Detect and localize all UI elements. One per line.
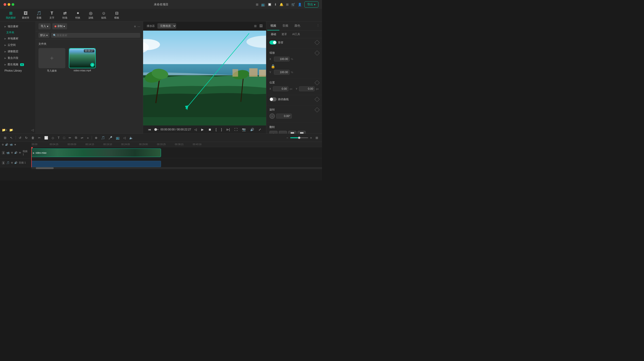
tl-move-btn[interactable]: ⇌ xyxy=(80,136,84,140)
sidebar-item-adjust-layer[interactable]: ▶ 调整图层 xyxy=(3,48,33,55)
collapse-button[interactable]: ◁ xyxy=(31,128,34,132)
titlebar-icon-3[interactable]: 🔲 xyxy=(268,3,272,6)
image-icon[interactable]: 🖼 xyxy=(260,24,262,28)
tl-copy-btn[interactable]: ⧉ xyxy=(74,135,78,140)
video-clip[interactable]: ▶ video-miao xyxy=(31,148,161,157)
tl-delete-btn[interactable]: 🗑 xyxy=(30,136,36,140)
rotation-input[interactable] xyxy=(276,114,292,118)
titlebar-icon-1[interactable]: ⊞ xyxy=(256,3,258,6)
tl-settings-btn[interactable]: ⊞ xyxy=(314,136,319,140)
export-button[interactable]: 导出 ▾ xyxy=(304,1,318,8)
tl-screen-btn[interactable]: 📺 xyxy=(115,136,121,140)
tl-redo-btn[interactable]: ↻ xyxy=(24,136,29,140)
search-input[interactable] xyxy=(51,33,140,38)
toolbar-asset-lib[interactable]: 🖼 素材库 xyxy=(20,10,32,20)
tl-cursor-btn[interactable]: ↖ xyxy=(9,136,14,140)
add-video-btn[interactable]: 📹 xyxy=(10,143,13,146)
insert-button[interactable]: ⊳| xyxy=(225,127,231,132)
titlebar-icon-8[interactable]: 👤 xyxy=(298,3,302,6)
subtab-basic[interactable]: 基础 xyxy=(268,31,279,38)
mark-in-button[interactable]: [ xyxy=(214,127,218,132)
rotation-keyframe-btn[interactable] xyxy=(314,107,320,112)
titlebar-icon-5[interactable]: 🔔 xyxy=(280,3,283,6)
position-keyframe-btn[interactable] xyxy=(314,80,320,85)
fit-button[interactable]: ⤢ xyxy=(257,127,262,132)
toolbar-my-assets[interactable]: ⊞ 我的素材 xyxy=(4,10,18,20)
flip-vertical-btn[interactable]: ↕ xyxy=(270,131,278,134)
tl-more-btn[interactable]: » xyxy=(86,136,90,140)
timeline-scrollbar[interactable] xyxy=(31,167,322,169)
tab-extra[interactable]: ⋮ xyxy=(315,22,321,30)
transform-keyframe-btn[interactable] xyxy=(314,40,320,45)
position-x-input[interactable] xyxy=(273,86,288,91)
toolbar-effects[interactable]: ✦ 特效 xyxy=(72,10,84,20)
path-curve-toggle[interactable] xyxy=(270,97,276,101)
video-mute-btn[interactable]: 🔊 xyxy=(14,151,18,154)
sidebar-item-local-assets[interactable]: ▶ 本地素材 xyxy=(3,35,33,42)
quality-select[interactable]: 完整画质 高画质 标准画质 xyxy=(158,23,176,29)
toolbar-filter[interactable]: ◎ 滤镜 xyxy=(85,10,96,20)
tl-box-btn[interactable]: □ xyxy=(62,136,66,140)
flip-rotate-90-btn[interactable]: ⬜ xyxy=(288,131,296,134)
tl-zoom-in-btn[interactable]: + xyxy=(309,136,313,140)
flip-rotate-90-r-btn[interactable]: ⬜ xyxy=(298,131,306,134)
add-audio-btn[interactable]: 🔊 xyxy=(5,143,8,146)
import-button[interactable]: 导入 ▾ xyxy=(38,23,50,29)
rotation-wheel[interactable]: ○ xyxy=(270,114,275,119)
titlebar-icon-4[interactable]: ⬇ xyxy=(274,3,277,6)
toolbar-audio[interactable]: 🎵 音频 xyxy=(33,10,44,20)
preview-canvas[interactable] xyxy=(143,31,266,126)
close-button[interactable] xyxy=(4,3,6,6)
tl-undo-btn[interactable]: ↺ xyxy=(18,136,22,140)
tl-vol-btn[interactable]: 🔈 xyxy=(128,136,134,140)
camera-button[interactable]: 📷 xyxy=(240,127,247,132)
stop-button[interactable]: ⏹ xyxy=(207,127,213,132)
tl-zoom-slider[interactable] xyxy=(290,137,308,138)
tl-cut-btn[interactable]: ✂ xyxy=(37,136,42,140)
video-add-btn[interactable]: ⊕ xyxy=(11,151,13,154)
tl-zoom-out-btn[interactable]: − xyxy=(285,136,289,140)
subtab-ai-tools[interactable]: AI工具 xyxy=(290,31,303,38)
filter-icon-btn[interactable]: ≡ xyxy=(134,24,136,28)
audio-button[interactable]: 🔊 xyxy=(249,127,255,132)
add-track-top-btn[interactable]: ⊕ xyxy=(2,143,4,146)
track-content-area[interactable]: ▶ video-miao xyxy=(31,147,322,167)
sidebar-item-photos[interactable]: Photos Library xyxy=(3,68,33,74)
tl-prev-btn[interactable]: ◁ xyxy=(122,136,127,140)
rewind-button[interactable]: ⏮ xyxy=(147,127,152,132)
audio-mute-btn[interactable]: 🔊 xyxy=(14,161,18,164)
sidebar-item-ai-video[interactable]: ▶ 图生视频 AI xyxy=(3,61,33,68)
subtab-mask[interactable]: 遮罩 xyxy=(279,31,290,38)
tl-add-marker-btn[interactable]: ⊕ xyxy=(94,136,98,140)
add-special-btn[interactable]: ★ xyxy=(14,143,16,146)
sidebar-item-composite[interactable]: ▶ 复合片段 xyxy=(3,55,33,61)
flip-horizontal-btn[interactable]: ↔ xyxy=(279,131,287,134)
sidebar-item-folder[interactable]: 文件夹 xyxy=(3,30,33,35)
audio-clip[interactable] xyxy=(31,161,161,167)
path-curve-keyframe-btn[interactable] xyxy=(314,97,320,102)
scale-y-input[interactable] xyxy=(274,70,290,75)
transform-toggle[interactable] xyxy=(270,40,276,44)
mark-out-button[interactable]: ] xyxy=(220,127,223,132)
scale-x-input[interactable] xyxy=(274,56,290,62)
tl-voice-btn[interactable]: 🎤 xyxy=(107,136,113,140)
grid-view-icon[interactable]: ⊞ xyxy=(254,24,257,28)
playhead[interactable] xyxy=(31,147,32,167)
titlebar-icon-6[interactable]: ⊞ xyxy=(286,3,289,6)
tab-video[interactable]: 视频 xyxy=(267,22,279,30)
toolbar-text[interactable]: T 文字 xyxy=(46,10,58,20)
sidebar-item-cloud[interactable]: ▶ 云空间 xyxy=(3,42,33,48)
remove-folder-button[interactable]: 📁- xyxy=(9,128,14,132)
tl-audio-btn[interactable]: 🎵 xyxy=(100,136,106,140)
tab-color[interactable]: 颜色 xyxy=(291,22,304,30)
tl-paint-btn[interactable]: ✏ xyxy=(68,136,72,140)
tl-zoom-handle[interactable] xyxy=(298,137,300,139)
tl-grid-btn[interactable]: ⊞ xyxy=(3,136,8,140)
video-eye-btn[interactable]: 👁 xyxy=(19,152,21,154)
tab-audio[interactable]: 音频 xyxy=(279,22,291,30)
more-options-btn[interactable]: ··· xyxy=(138,24,140,28)
tl-text-btn[interactable]: T xyxy=(56,136,61,140)
toolbar-sticker[interactable]: ☺ 贴纸 xyxy=(98,10,109,20)
import-media-item[interactable]: + 导入媒体 xyxy=(38,48,65,72)
titlebar-icon-7[interactable]: 🛒 xyxy=(291,3,295,6)
